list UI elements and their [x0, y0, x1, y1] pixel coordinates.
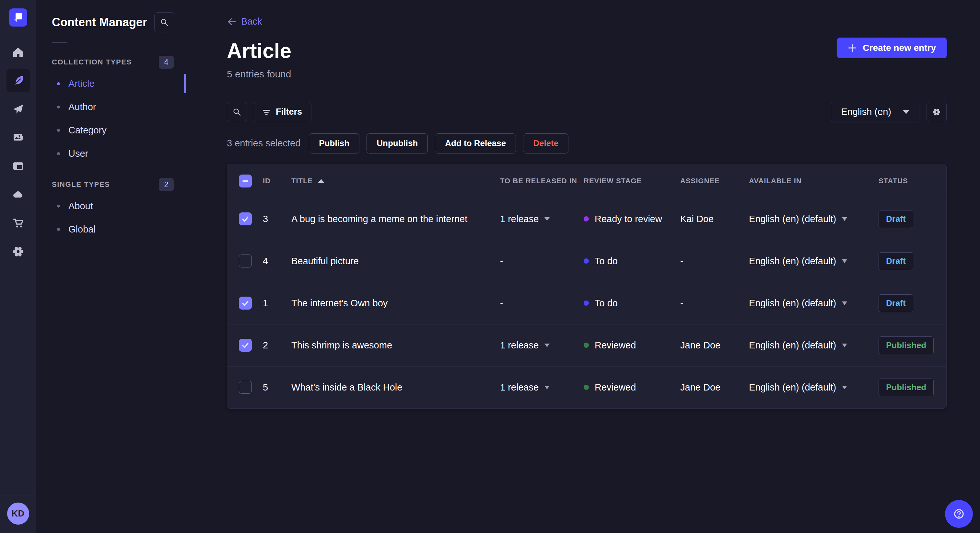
review-stage-dot: [584, 216, 589, 222]
single-types-count-badge: 2: [159, 178, 174, 191]
create-new-entry-button[interactable]: Create new entry: [837, 38, 947, 58]
single-types-section: SINGLE TYPES 2 About Global: [52, 178, 174, 241]
row-checkbox[interactable]: [239, 381, 252, 394]
user-avatar[interactable]: KD: [7, 503, 29, 525]
sidebar-item-label: Author: [68, 102, 96, 113]
sidebar-item-about[interactable]: About: [52, 194, 174, 217]
sidebar-item-label: Article: [68, 78, 95, 89]
check-icon: [241, 215, 250, 223]
row-id: 3: [263, 214, 291, 224]
bullet-icon: [57, 228, 60, 231]
sidebar-item-label: Category: [68, 125, 107, 136]
status-badge: Published: [878, 336, 934, 354]
row-available-in: English (en) (default): [749, 256, 836, 266]
back-link[interactable]: Back: [227, 16, 262, 27]
active-indicator: [184, 74, 186, 93]
view-settings-button[interactable]: [926, 102, 947, 122]
row-release: 1 release: [500, 214, 539, 224]
table-row[interactable]: 3 A bug is becoming a meme on the intern…: [227, 198, 946, 240]
column-header-title[interactable]: TITLE: [291, 177, 500, 185]
row-review-stage: Reviewed: [595, 340, 636, 351]
sidebar-item-label: Global: [68, 224, 95, 235]
select-all-checkbox[interactable]: [239, 174, 252, 187]
unpublish-button[interactable]: Unpublish: [366, 133, 428, 154]
chevron-down-icon[interactable]: [842, 217, 847, 221]
bullet-icon: [57, 205, 60, 208]
table-row[interactable]: 4 Beautiful picture - To do - English (e…: [227, 240, 946, 282]
row-checkbox[interactable]: [239, 254, 252, 268]
sidebar-item-global[interactable]: Global: [52, 217, 174, 241]
row-checkbox[interactable]: [239, 297, 252, 309]
collection-types-count-badge: 4: [159, 56, 174, 69]
gear-icon: [932, 108, 941, 117]
media-library-icon[interactable]: [6, 126, 30, 149]
row-checkbox[interactable]: [239, 339, 252, 352]
filter-icon: [262, 108, 270, 116]
sidebar-item-author[interactable]: Author: [52, 95, 174, 119]
filters-label: Filters: [276, 107, 302, 117]
sidebar-search-button[interactable]: [154, 12, 174, 32]
entries-table: ID TITLE TO BE RELEASED IN REVIEW STAGE …: [227, 164, 947, 409]
row-release: 1 release: [500, 340, 539, 351]
content-type-builder-icon[interactable]: [6, 154, 30, 178]
bullet-icon: [57, 106, 60, 108]
row-checkbox[interactable]: [239, 213, 252, 225]
content-manager-icon[interactable]: [6, 69, 30, 92]
filters-button[interactable]: Filters: [253, 102, 312, 122]
row-available-in: English (en) (default): [749, 382, 836, 393]
sidebar-item-category[interactable]: Category: [52, 119, 174, 142]
collection-types-label: COLLECTION TYPES: [52, 58, 132, 67]
entries-count: 5 entries found: [227, 69, 947, 80]
bullet-icon: [57, 129, 60, 132]
main-content: Back Article 5 entries found Create new …: [186, 0, 980, 533]
check-icon: [241, 299, 250, 307]
marketplace-icon[interactable]: [6, 211, 30, 235]
chevron-down-icon[interactable]: [842, 344, 847, 347]
chevron-down-icon[interactable]: [842, 385, 847, 389]
row-title: A bug is becoming a meme on the internet: [291, 214, 500, 224]
row-review-stage: To do: [595, 256, 618, 266]
row-review-stage: Ready to review: [595, 214, 662, 224]
chevron-down-icon[interactable]: [842, 259, 847, 263]
column-header-status: STATUS: [878, 177, 947, 185]
selection-summary: 3 entries selected: [227, 138, 301, 149]
review-stage-dot: [584, 385, 589, 390]
deploy-icon[interactable]: [6, 183, 30, 206]
status-badge: Draft: [878, 252, 913, 270]
status-badge: Draft: [878, 210, 913, 228]
review-stage-dot: [584, 343, 589, 348]
row-id: 1: [263, 298, 291, 309]
bullet-icon: [57, 82, 60, 85]
table-search-button[interactable]: [227, 102, 247, 122]
settings-icon[interactable]: [6, 240, 30, 263]
column-header-id[interactable]: ID: [263, 177, 291, 185]
selection-actions-bar: 3 entries selected Publish Unpublish Add…: [227, 133, 947, 154]
sidebar-item-article[interactable]: Article: [52, 72, 174, 95]
create-button-label: Create new entry: [863, 43, 936, 53]
column-header-assignee: ASSIGNEE: [680, 177, 749, 185]
row-available-in: English (en) (default): [749, 340, 836, 351]
collection-types-section: COLLECTION TYPES 4 Article Author Catego…: [52, 56, 174, 165]
column-header-title-label: TITLE: [291, 177, 313, 185]
sidebar-item-label: User: [68, 148, 88, 159]
publish-button[interactable]: Publish: [309, 133, 360, 154]
help-button[interactable]: [945, 500, 973, 528]
chevron-down-icon[interactable]: [544, 385, 550, 389]
check-icon: [241, 341, 250, 349]
home-icon[interactable]: [6, 40, 30, 64]
strapi-logo-icon[interactable]: [9, 8, 27, 27]
table-row[interactable]: 2 This shrimp is awesome 1 release Revie…: [227, 324, 946, 366]
add-to-release-button[interactable]: Add to Release: [435, 133, 516, 154]
indeterminate-dash-icon: [242, 180, 248, 182]
releases-icon[interactable]: [6, 97, 30, 121]
delete-button[interactable]: Delete: [523, 133, 568, 154]
row-id: 4: [263, 256, 291, 266]
chevron-down-icon[interactable]: [842, 301, 847, 305]
locale-select[interactable]: English (en): [831, 102, 920, 122]
table-row[interactable]: 5 What's inside a Black Hole 1 release R…: [227, 366, 946, 408]
sidebar-item-user[interactable]: User: [52, 142, 174, 165]
chevron-down-icon[interactable]: [544, 344, 550, 347]
table-row[interactable]: 1 The internet's Own boy - To do - Engli…: [227, 282, 946, 324]
search-icon: [232, 108, 242, 117]
chevron-down-icon[interactable]: [544, 217, 550, 221]
